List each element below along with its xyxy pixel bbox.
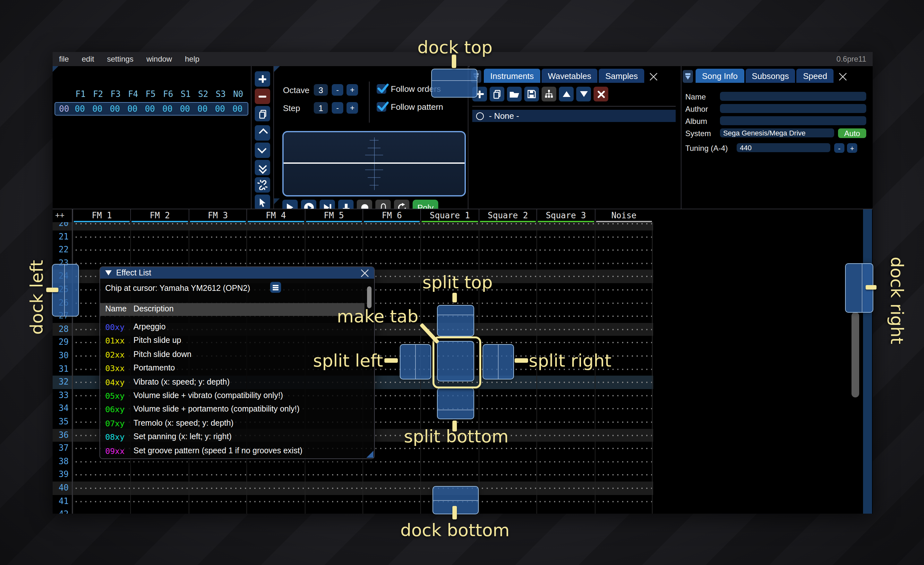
pattern-cell[interactable] <box>304 495 363 508</box>
pattern-cell[interactable] <box>130 482 189 495</box>
order-duplicate-end-button[interactable] <box>255 160 270 175</box>
channel-header-square-3[interactable]: Square 3 <box>536 209 594 222</box>
pattern-cell[interactable] <box>72 482 130 495</box>
pattern-cell[interactable] <box>246 495 304 508</box>
tab-subsongs[interactable]: Subsongs <box>745 69 795 83</box>
pattern-cell[interactable] <box>594 230 652 243</box>
pattern-cell[interactable] <box>421 257 478 270</box>
pattern-cell[interactable] <box>363 222 421 230</box>
pattern-cell[interactable] <box>478 495 536 508</box>
tab-wavetables[interactable]: Wavetables <box>542 69 598 83</box>
pattern-cell[interactable] <box>594 270 652 283</box>
order-duplicate-button[interactable] <box>255 106 270 121</box>
pattern-cell[interactable] <box>536 296 594 310</box>
order-cell[interactable]: 00 <box>141 104 159 114</box>
pattern-cell[interactable] <box>594 283 652 296</box>
channel-header-fm-1[interactable]: FM 1 <box>72 209 130 222</box>
pattern-cell[interactable] <box>478 222 536 230</box>
pattern-cell[interactable] <box>536 415 594 428</box>
channel-header-noise[interactable]: Noise <box>594 209 652 222</box>
pattern-cell[interactable] <box>189 495 247 508</box>
pattern-expand-button[interactable]: ++ <box>52 209 72 222</box>
pattern-cell[interactable] <box>246 508 304 514</box>
menu-item-window[interactable]: window <box>140 52 178 66</box>
pattern-cell[interactable] <box>72 495 130 508</box>
step-minus-button[interactable]: - <box>332 102 343 114</box>
pattern-cell[interactable] <box>478 508 536 514</box>
pattern-cell[interactable] <box>594 389 652 402</box>
order-edit-mode-button[interactable] <box>255 195 270 210</box>
instrument-delete-button[interactable] <box>594 87 608 101</box>
pattern-cell[interactable] <box>478 230 536 243</box>
step-plus-button[interactable]: + <box>346 102 358 114</box>
effect-list-row[interactable]: 09xxSet groove pattern (speed 1 if no gr… <box>100 445 364 458</box>
pattern-cell[interactable] <box>130 508 189 514</box>
system-input[interactable] <box>720 128 834 137</box>
tab-instruments[interactable]: Instruments <box>484 69 540 83</box>
order-add-button[interactable] <box>255 71 270 87</box>
octave-plus-button[interactable]: + <box>346 84 358 96</box>
pattern-cell[interactable] <box>304 230 363 243</box>
pattern-cell[interactable] <box>536 270 594 283</box>
close-icon[interactable] <box>361 269 369 277</box>
pattern-cell[interactable] <box>536 283 594 296</box>
effect-list-row[interactable]: 00xyArpeggio <box>100 321 364 335</box>
channel-header-square-2[interactable]: Square 2 <box>478 209 537 222</box>
order-cell[interactable]: 00 <box>159 104 176 114</box>
pattern-cell[interactable] <box>594 376 652 389</box>
instrument-tree-button[interactable] <box>542 87 556 101</box>
pattern-cell[interactable] <box>536 495 594 508</box>
close-icon[interactable] <box>838 72 847 81</box>
name-input[interactable] <box>720 92 866 101</box>
pattern-cell[interactable] <box>536 323 594 336</box>
dock-top-target[interactable] <box>431 69 477 98</box>
collapse-panel-button[interactable] <box>683 70 693 83</box>
pattern-cell[interactable] <box>189 468 247 482</box>
follow-orders-checkbox[interactable] <box>376 84 386 94</box>
tuning-input[interactable] <box>736 143 830 152</box>
pattern-cell[interactable] <box>304 508 363 514</box>
pattern-cell[interactable] <box>363 230 421 243</box>
order-cell[interactable]: 00 <box>71 104 88 114</box>
name-column-header[interactable]: Name <box>105 304 127 313</box>
instrument-move-down-button[interactable] <box>576 87 591 101</box>
effect-list-column-header[interactable]: Name Description <box>100 303 364 316</box>
pattern-cell[interactable] <box>246 230 304 243</box>
tab-song-info[interactable]: Song Info <box>696 69 744 83</box>
pattern-cell[interactable] <box>594 257 652 270</box>
pattern-cell[interactable] <box>478 468 536 482</box>
collapse-triangle-icon[interactable] <box>105 270 112 275</box>
order-cell[interactable]: 00 <box>229 104 246 114</box>
channel-header-fm-2[interactable]: FM 2 <box>130 209 189 222</box>
split-top-target[interactable] <box>437 305 474 337</box>
pattern-scrollbar-thumb[interactable] <box>852 312 859 397</box>
instrument-list-item[interactable]: - None - <box>472 110 676 122</box>
pattern-cell[interactable] <box>421 222 478 230</box>
pattern-cell[interactable] <box>478 482 536 495</box>
tab-speed[interactable]: Speed <box>796 69 834 83</box>
instrument-duplicate-button[interactable] <box>490 87 504 101</box>
pattern-cell[interactable] <box>72 222 130 230</box>
pattern-cell[interactable] <box>536 257 594 270</box>
menu-item-file[interactable]: file <box>52 52 75 66</box>
pattern-cell[interactable] <box>478 296 536 310</box>
pattern-cell[interactable] <box>536 310 594 323</box>
pattern-cell[interactable] <box>536 442 594 455</box>
pattern-cell[interactable] <box>594 323 652 336</box>
tab-samples[interactable]: Samples <box>599 69 644 83</box>
effect-list-row[interactable]: 08xySet panning (x: left; y: right) <box>100 431 364 444</box>
pattern-cell[interactable] <box>594 222 652 230</box>
pattern-cell[interactable] <box>72 243 130 257</box>
pattern-cell[interactable] <box>594 336 652 349</box>
pattern-cell[interactable] <box>421 243 478 257</box>
pattern-scrollbar-track[interactable] <box>863 209 872 514</box>
channel-header-square-1[interactable]: Square 1 <box>421 209 478 222</box>
order-cell[interactable]: 00 <box>124 104 141 114</box>
order-cell[interactable]: 00 <box>194 104 211 114</box>
pattern-cell[interactable] <box>594 495 652 508</box>
pattern-cell[interactable] <box>536 468 594 482</box>
author-input[interactable] <box>720 104 866 113</box>
split-left-target[interactable] <box>400 344 431 379</box>
pattern-cell[interactable] <box>478 455 536 468</box>
album-input[interactable] <box>720 116 866 125</box>
